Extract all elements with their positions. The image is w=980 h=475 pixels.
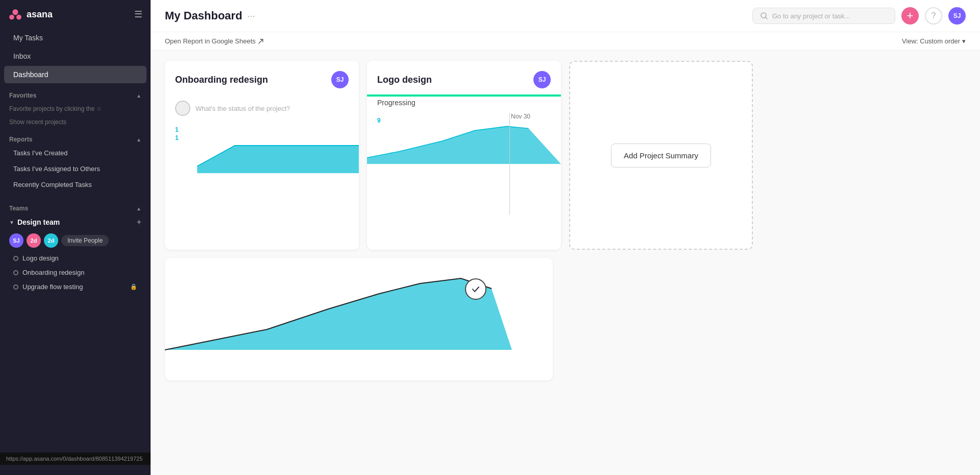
svg-marker-5 <box>197 146 359 173</box>
page-title: My Dashboard <box>165 9 242 22</box>
sidebar-project-onboarding[interactable]: Onboarding redesign <box>4 266 146 279</box>
help-button[interactable]: ? <box>925 7 942 25</box>
svg-line-4 <box>766 17 768 19</box>
sub-header: Open Report in Google Sheets View: Custo… <box>151 32 980 51</box>
reports-toggle-icon[interactable]: ▲ <box>136 137 141 142</box>
logo-design-label: Logo design <box>22 254 59 262</box>
project-dot-logo-design <box>13 256 18 261</box>
onboarding-label: Onboarding redesign <box>22 269 84 276</box>
status-circle <box>175 101 190 116</box>
wide-chart-svg <box>165 258 553 360</box>
external-link-icon <box>258 38 264 44</box>
dashboard-area: Onboarding redesign SJ What's the status… <box>151 51 980 475</box>
favorites-toggle-icon[interactable]: ▲ <box>136 93 141 99</box>
sidebar-item-tasks-created[interactable]: Tasks I've Created <box>4 146 146 160</box>
svg-point-2 <box>16 15 21 20</box>
design-team-row[interactable]: ▼ Design team + <box>0 214 151 230</box>
open-report-link[interactable]: Open Report in Google Sheets <box>165 37 264 45</box>
add-project-summary-button[interactable]: Add Project Summary <box>611 144 711 168</box>
search-bar[interactable]: Go to any project or task... <box>752 8 895 24</box>
collapse-sidebar-icon[interactable]: ☰ <box>134 9 142 20</box>
favorites-label: Favorites <box>9 92 36 99</box>
chart-num-9: 9 <box>377 117 381 124</box>
team-members-row: SJ 2d 2d Invite People <box>0 230 151 251</box>
more-options-icon[interactable]: ··· <box>248 11 255 21</box>
onboarding-chart-svg <box>165 127 359 173</box>
asana-logo-text: asana <box>27 9 53 20</box>
design-team-left: ▼ Design team <box>9 218 60 226</box>
main-header: My Dashboard ··· Go to any project or ta… <box>151 0 980 32</box>
chart-num-1: 1 <box>175 126 179 133</box>
cards-row-2 <box>165 258 966 381</box>
show-recent-projects-link[interactable]: Show recent projects <box>0 116 151 128</box>
add-summary-card: Add Project Summary <box>569 61 753 250</box>
nov30-line <box>509 113 510 215</box>
teams-section-header: Teams ▲ <box>0 201 151 214</box>
reports-section-header: Reports ▲ <box>0 132 151 145</box>
sidebar-project-upgrade-flow[interactable]: Upgrade flow testing 🔒 <box>4 280 146 294</box>
asana-logo-icon <box>8 7 22 21</box>
reports-label: Reports <box>9 136 32 143</box>
header-right: Go to any project or task... + ? SJ <box>752 7 966 25</box>
status-bar: https://app.asana.com/0/dashboard/808511… <box>0 453 151 465</box>
user-avatar-header[interactable]: SJ <box>948 7 966 25</box>
avatar-sj: SJ <box>9 233 23 248</box>
onboarding-card-avatar[interactable]: SJ <box>331 71 349 88</box>
onboarding-status-input[interactable]: What's the status of the project? <box>165 94 359 122</box>
project-dot-onboarding <box>13 270 18 275</box>
asana-logo[interactable]: asana <box>8 7 53 21</box>
nov30-label: Nov 30 <box>511 113 530 120</box>
sidebar-item-tasks-assigned[interactable]: Tasks I've Assigned to Others <box>4 161 146 176</box>
onboarding-card-header: Onboarding redesign SJ <box>165 61 359 94</box>
sidebar-item-inbox[interactable]: Inbox <box>4 48 146 65</box>
logo-design-card: Logo design SJ Progressing Nov 30 9 <box>367 61 561 250</box>
teams-label: Teams <box>9 205 28 212</box>
tasks-assigned-label: Tasks I've Assigned to Others <box>13 165 100 173</box>
upgrade-flow-label: Upgrade flow testing <box>22 283 83 291</box>
cards-row: Onboarding redesign SJ What's the status… <box>165 61 966 250</box>
onboarding-card: Onboarding redesign SJ What's the status… <box>165 61 359 250</box>
sidebar-item-recently-completed[interactable]: Recently Completed Tasks <box>4 177 146 192</box>
search-icon <box>760 12 768 20</box>
favorites-hint: Favorite projects by clicking the ☆ <box>0 101 151 116</box>
add-to-design-team-icon[interactable]: + <box>137 218 141 227</box>
sidebar-header: asana ☰ <box>0 0 151 29</box>
add-button[interactable]: + <box>901 7 919 25</box>
chart-num-2: 1 <box>175 134 179 141</box>
dashboard-label: Dashboard <box>13 70 48 79</box>
lock-icon: 🔒 <box>130 283 137 290</box>
design-team-label: Design team <box>17 218 60 226</box>
logo-design-chart-svg <box>367 118 561 164</box>
project-dot-upgrade-flow <box>13 284 18 290</box>
view-order-button[interactable]: View: Custom order ▾ <box>902 37 966 45</box>
favorites-section-header: Favorites ▲ <box>0 88 151 101</box>
onboarding-chart-numbers: 1 1 <box>175 126 179 141</box>
svg-point-1 <box>9 15 14 20</box>
onboarding-card-title: Onboarding redesign <box>175 75 268 85</box>
logo-design-card-header: Logo design SJ <box>367 61 561 94</box>
logo-design-chart-numbers: 9 <box>377 117 381 124</box>
tasks-created-label: Tasks I've Created <box>13 149 68 157</box>
sidebar-project-logo-design[interactable]: Logo design <box>4 251 146 265</box>
logo-design-card-avatar[interactable]: SJ <box>533 71 551 88</box>
teams-toggle-icon[interactable]: ▲ <box>136 206 141 211</box>
invite-people-button[interactable]: Invite People <box>61 235 109 246</box>
main-title-row: My Dashboard ··· <box>165 9 255 22</box>
wide-chart-card <box>165 258 553 381</box>
sidebar-item-my-tasks[interactable]: My Tasks <box>4 29 146 46</box>
chevron-down-icon: ▾ <box>962 37 966 45</box>
sidebar-item-dashboard[interactable]: Dashboard <box>4 66 146 83</box>
my-tasks-label: My Tasks <box>13 34 43 42</box>
avatar-2d-2: 2d <box>44 233 58 248</box>
search-placeholder: Go to any project or task... <box>772 12 850 20</box>
onboarding-status-placeholder: What's the status of the project? <box>195 105 290 112</box>
teams-section: Teams ▲ ▼ Design team + SJ 2d 2d Invite … <box>0 197 151 294</box>
main-content: My Dashboard ··· Go to any project or ta… <box>151 0 980 475</box>
sidebar: asana ☰ My Tasks Inbox Dashboard Favorit… <box>0 0 151 475</box>
recently-completed-label: Recently Completed Tasks <box>13 181 92 188</box>
checkmark-icon <box>471 284 481 294</box>
svg-marker-6 <box>367 126 561 164</box>
svg-point-0 <box>12 9 18 15</box>
checkmark-circle <box>465 278 486 300</box>
inbox-label: Inbox <box>13 52 31 60</box>
